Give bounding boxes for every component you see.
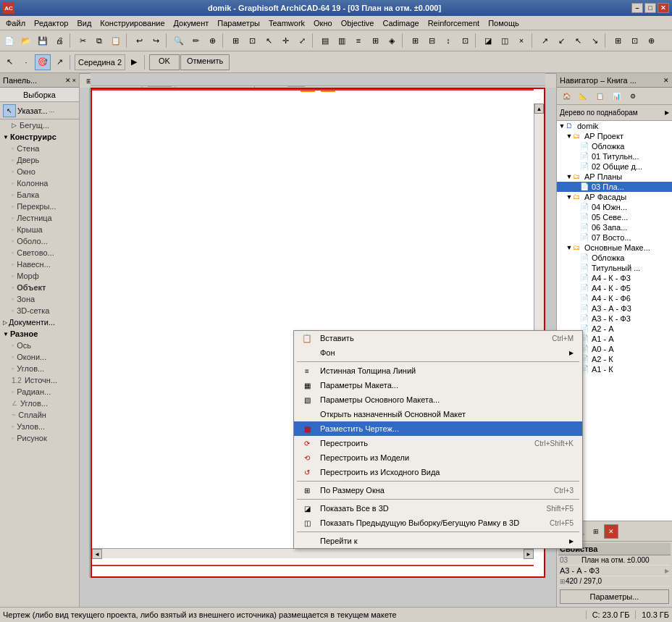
menu-params[interactable]: Параметры [213, 17, 264, 29]
tool-level[interactable]: 1.2 Источн... [0, 374, 79, 386]
tb-grid2[interactable]: ⊡ [626, 33, 642, 49]
menu-cadimage[interactable]: Cadimage [378, 17, 423, 29]
tb-paste[interactable]: 📋 [108, 33, 124, 49]
ctx-true-line-width[interactable]: ≡ Истинная Толщина Линий [294, 363, 582, 378]
tool-group-document[interactable]: ▷ Документи... [0, 316, 79, 328]
tb-stretch[interactable]: ⤢ [294, 33, 310, 49]
menu-file[interactable]: Файл [1, 17, 30, 29]
tb-zoom3[interactable]: ↕ [440, 33, 456, 49]
tool-group-misc[interactable]: ▼ Разное [0, 328, 79, 340]
menu-construct[interactable]: Конструирование [96, 17, 169, 29]
tb-cut[interactable]: ✂ [75, 33, 91, 49]
tool-running[interactable]: ▷ Бегущ... [0, 119, 79, 131]
menu-help[interactable]: Помощь [484, 17, 524, 29]
params-button[interactable]: Параметры... [560, 589, 669, 604]
tool-beam[interactable]: ▫ Балка [0, 189, 79, 201]
tree-a3af3[interactable]: 📄 А3 - А - Ф3 [557, 303, 672, 314]
tb-v4[interactable]: ↘ [587, 33, 602, 49]
tb-move[interactable]: ✛ [277, 33, 293, 49]
tb-pencil[interactable]: ✏ [188, 33, 203, 49]
menu-reinforcement[interactable]: Reinforcement [424, 17, 484, 29]
tool-column[interactable]: ▫ Колонна [0, 177, 79, 189]
tb-select2[interactable]: ⊡ [244, 33, 260, 49]
menu-objective[interactable]: Objective [337, 17, 379, 29]
tree-main-layouts[interactable]: ▼ 🗂 Основные Маке... [557, 243, 672, 253]
pointer-expand[interactable]: … [49, 107, 54, 114]
tb2-midpoint[interactable]: 🎯 [35, 54, 51, 70]
tree-04[interactable]: 📄 04 Южн... [557, 202, 672, 212]
tb-redo[interactable]: ↪ [148, 33, 164, 49]
tool-angle[interactable]: ▫ Углов... [0, 363, 79, 374]
prop-row2[interactable]: А3 - А - Ф3 ▶ [558, 566, 671, 576]
tool-object[interactable]: ▫ Объект [0, 282, 79, 293]
nav-btn4[interactable]: 📊 [608, 88, 624, 104]
ctx-goto[interactable]: Перейти к ▶ [294, 534, 582, 548]
tool-axis[interactable]: ▫ Ось [0, 340, 79, 351]
menu-window[interactable]: Окно [309, 17, 337, 29]
tb-tool1[interactable]: ▤ [317, 33, 333, 49]
tb-3d1[interactable]: ◪ [480, 33, 496, 49]
tree-ar-facades[interactable]: ▼ 🗂 АР Фасады [557, 192, 672, 202]
panel-close[interactable]: ✕ [65, 77, 71, 84]
tool-zone[interactable]: ▫ Зона [0, 293, 79, 305]
ctx-place-drawing[interactable]: ▩ Разместить Чертеж... [294, 421, 582, 436]
maximize-button[interactable]: □ [644, 3, 656, 13]
ctx-show-3d[interactable]: ◪ Показать Все в 3D Shift+F5 [294, 501, 582, 516]
tb-search[interactable]: 🔍 [171, 33, 187, 49]
tree-02[interactable]: 📄 02 Общие д... [557, 161, 672, 172]
close-button[interactable]: ✕ [658, 3, 669, 13]
hscroll-right[interactable]: ► [524, 549, 534, 559]
nav-close[interactable]: ✕ [663, 77, 669, 84]
tree-a4kf5[interactable]: 📄 А4 - К - Ф5 [557, 283, 672, 293]
nav-btn3[interactable]: 📋 [592, 88, 608, 104]
tb-zoom1[interactable]: ⊞ [407, 33, 423, 49]
menu-document[interactable]: Документ [169, 17, 214, 29]
tree-a3kf3[interactable]: 📄 А3 - К - Ф3 [557, 314, 672, 324]
tb-tool4[interactable]: ⊞ [367, 33, 383, 49]
tree-07[interactable]: 📄 07 Восто... [557, 232, 672, 243]
tree-domik[interactable]: ▼ 🗋 domik [557, 121, 672, 131]
tool-floor[interactable]: ▫ Перекры... [0, 201, 79, 212]
nav-btn1[interactable]: 🏠 [558, 88, 574, 104]
nav-btn5[interactable]: ⚙ [625, 88, 641, 104]
menu-edit[interactable]: Редактор [30, 17, 72, 29]
tree-title[interactable]: 📄 Титульный ... [557, 263, 672, 273]
tb2-arrow2[interactable]: ↗ [51, 54, 67, 70]
tool-morph[interactable]: ▫ Морф [0, 270, 79, 282]
hscroll-track[interactable] [102, 549, 524, 558]
tb2-select[interactable]: ↖ [1, 54, 17, 70]
tool-mesh[interactable]: ▫ 3D-сетка [0, 305, 79, 316]
tree-01[interactable]: 📄 01 Титульн... [557, 151, 672, 161]
tool-stair[interactable]: ▫ Лестница [0, 212, 79, 224]
tb-print[interactable]: 🖨 [51, 33, 67, 49]
ctx-rebuild-model[interactable]: ⟲ Перестроить из Модели [294, 450, 582, 465]
minimize-button[interactable]: – [631, 3, 643, 13]
tool-roof[interactable]: ▫ Крыша [0, 224, 79, 235]
tool-spline[interactable]: ~ Сплайн [0, 409, 79, 421]
tool-drawing[interactable]: ▫ Рисунок [0, 432, 79, 444]
nav-action3[interactable]: ⊞ [589, 524, 603, 539]
tool-skylight[interactable]: ▫ Световo... [0, 247, 79, 259]
tree-ar-project[interactable]: ▼ 🗂 АР Проект [557, 131, 672, 141]
tb-copy[interactable]: ⧉ [91, 33, 107, 49]
tb-zoom4[interactable]: ⊡ [457, 33, 473, 49]
tb-select[interactable]: ⊞ [227, 33, 243, 49]
tb-snap[interactable]: ⊕ [643, 33, 659, 49]
tb-grid[interactable]: ⊞ [610, 33, 626, 49]
ctx-fit-window[interactable]: ⊞ По Размеру Окна Ctrl+3 [294, 483, 582, 497]
ctx-background[interactable]: Фон ▶ [294, 345, 582, 360]
tb-arrow[interactable]: ↖ [261, 33, 277, 49]
nav-filter-arrow[interactable]: ▶ [665, 109, 669, 116]
pointer-icon[interactable]: ↖ [3, 104, 16, 117]
tb-tool5[interactable]: ◈ [384, 33, 400, 49]
tool-wall[interactable]: ▫ Стена [0, 143, 79, 154]
tb-v1[interactable]: ↗ [537, 33, 553, 49]
ctx-open-main-layout[interactable]: Открыть назначенный Основной Макет [294, 407, 582, 421]
cancel-button[interactable]: Отменить [180, 54, 230, 70]
tool-door[interactable]: ▫ Дверь [0, 154, 79, 166]
tb-zoom2[interactable]: ⊟ [424, 33, 440, 49]
tb-open[interactable]: 📂 [18, 33, 34, 49]
tree-a4kf6[interactable]: 📄 А4 - К - Ф6 [557, 293, 672, 303]
vscroll-up[interactable]: ▲ [534, 104, 544, 114]
menu-view[interactable]: Вид [72, 17, 96, 29]
